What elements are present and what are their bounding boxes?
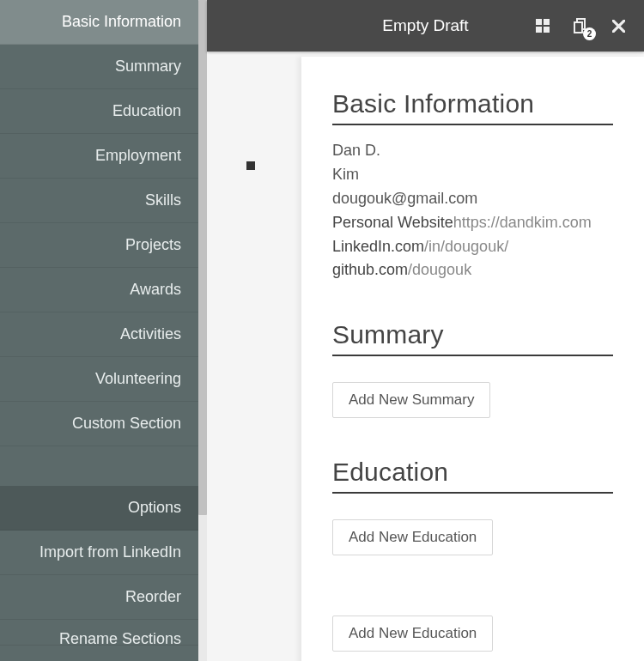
heading-education: Education [332,458,613,494]
website-line: Personal Websitehttps://dandkim.com [332,211,613,235]
sidebar-item-label: Education [112,102,181,120]
github-path: /dougouk [408,261,471,278]
basic-info-block: Dan D. Kim dougouk@gmail.com Personal We… [332,139,613,282]
sidebar-spacer [0,446,207,486]
add-education-button-2[interactable]: Add New Education [332,616,493,652]
close-icon [612,20,625,33]
heading-summary: Summary [332,320,613,356]
sidebar-item-label: Volunteering [95,370,181,388]
sidebar-item-employment[interactable]: Employment [0,134,207,179]
first-name: Dan D. [332,139,613,163]
sidebar-scrollbar-track[interactable] [198,0,207,661]
close-button[interactable] [599,0,637,52]
copy-button[interactable]: 2 [562,0,599,52]
website-url: https://dandkim.com [453,214,592,231]
main: Empty Draft 2 Basic Information Dan [207,0,644,661]
gutter-marker-icon [246,161,255,170]
sidebar-item-activities[interactable]: Activities [0,312,207,357]
heading-basic-information: Basic Information [332,89,613,125]
content-sheet: Basic Information Dan D. Kim dougouk@gma… [301,57,644,661]
sidebar-item-reorder[interactable]: Reorder [0,575,207,620]
sidebar-item-awards[interactable]: Awards [0,268,207,312]
sidebar-item-custom-section[interactable]: Custom Section [0,402,207,446]
education-section: Education Add New Education Add New Educ… [332,458,613,652]
sidebar-item-label: Projects [125,236,181,254]
sidebar-item-label: Skills [145,191,181,209]
sidebar-item-import-linkedin[interactable]: Import from LinkedIn [0,531,207,575]
sidebar-item-summary[interactable]: Summary [0,45,207,89]
linkedin-path: /in/dougouk/ [424,238,508,255]
copy-badge: 2 [583,27,596,40]
svg-rect-0 [536,19,542,25]
sidebar-item-label: Custom Section [72,415,181,433]
sidebar-scrollbar-thumb[interactable] [198,0,207,515]
github-line: github.com/dougouk [332,258,613,282]
sidebar-item-volunteering[interactable]: Volunteering [0,357,207,402]
sidebar-scroll: Basic Information Summary Education Empl… [0,0,207,661]
email: dougouk@gmail.com [332,187,613,211]
add-education-button-1[interactable]: Add New Education [332,519,493,555]
sidebar-item-label: Employment [95,147,181,165]
sidebar-item-label: Options [128,499,181,517]
last-name: Kim [332,163,613,187]
sidebar-item-basic-information[interactable]: Basic Information [0,0,207,45]
sidebar-item-label: Rename Sections [59,630,181,646]
sidebar-item-projects[interactable]: Projects [0,223,207,268]
sidebar-item-rename-sections[interactable]: Rename Sections [0,620,207,646]
svg-rect-2 [536,27,542,33]
website-label: Personal Website [332,214,453,231]
topbar-actions: 2 [524,0,637,52]
svg-rect-1 [544,19,550,25]
sidebar-item-label: Import from LinkedIn [39,543,181,561]
sidebar-item-label: Basic Information [62,13,181,31]
linkedin-prefix: LinkedIn.com [332,238,424,255]
topbar: Empty Draft 2 [207,0,644,52]
content-wrap: Basic Information Dan D. Kim dougouk@gma… [207,52,644,661]
add-summary-button[interactable]: Add New Summary [332,382,490,418]
sidebar: Basic Information Summary Education Empl… [0,0,207,661]
sidebar-heading-options: Options [0,486,207,531]
github-prefix: github.com [332,261,408,278]
sidebar-item-label: Reorder [125,588,181,606]
sidebar-item-label: Activities [120,325,181,343]
grid-view-button[interactable] [524,0,562,52]
summary-section: Summary Add New Summary [332,320,613,418]
sidebar-item-label: Summary [115,58,181,76]
sidebar-item-education[interactable]: Education [0,89,207,134]
grid-icon [535,18,550,33]
sidebar-item-skills[interactable]: Skills [0,179,207,223]
sidebar-item-label: Awards [130,281,181,299]
linkedin-line: LinkedIn.com/in/dougouk/ [332,235,613,259]
svg-rect-3 [544,27,550,33]
